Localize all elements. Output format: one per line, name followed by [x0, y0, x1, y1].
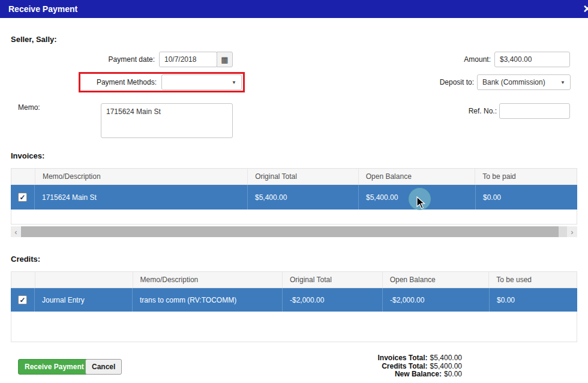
column-header-type: [35, 272, 133, 288]
column-header-original-total: Original Total: [248, 169, 359, 184]
calendar-icon: ▦: [221, 55, 228, 64]
column-header-memo: Memo/Description: [133, 272, 283, 288]
invoices-table-header: Memo/Description Original Total Open Bal…: [11, 168, 577, 185]
cancel-button[interactable]: Cancel: [85, 359, 122, 375]
payment-date-input[interactable]: [159, 52, 217, 67]
payment-methods-select[interactable]: ▼: [161, 74, 242, 90]
dropdown-arrow-icon: ▼: [232, 80, 236, 85]
scroll-right-button[interactable]: ›: [567, 226, 577, 237]
invoices-table: Memo/Description Original Total Open Bal…: [11, 168, 577, 225]
invoices-section-label: Invoices:: [11, 151, 44, 160]
calendar-button[interactable]: ▦: [217, 52, 233, 67]
credits-table-header: Memo/Description Original Total Open Bal…: [11, 271, 577, 288]
credits-table: Memo/Description Original Total Open Bal…: [11, 271, 577, 342]
invoice-row-checkbox[interactable]: ✓: [18, 193, 27, 202]
receive-payment-button[interactable]: Receive Payment: [18, 359, 91, 375]
column-header-to-be-paid: To be paid: [475, 169, 577, 184]
payment-methods-label: Payment Methods:: [80, 78, 161, 86]
memo-textarea[interactable]: 1715624 Main St: [101, 103, 233, 138]
close-icon[interactable]: ×: [583, 0, 588, 18]
header-checkbox-cell: [11, 272, 35, 288]
credit-open-balance-cell: -$2,000.00: [383, 288, 490, 312]
credit-original-total-cell: -$2,000.00: [283, 288, 383, 312]
amount-input[interactable]: [494, 52, 570, 67]
chevron-left-icon: ‹: [14, 228, 17, 237]
credits-total-label: Credits Total:: [382, 362, 427, 370]
credit-checkbox-cell[interactable]: ✓: [11, 288, 35, 312]
column-header-open-balance: Open Balance: [383, 272, 490, 288]
payment-methods-highlight: Payment Methods: ▼: [79, 72, 245, 92]
invoices-total-value: $5,400.00: [430, 354, 462, 362]
invoices-hscrollbar: ‹ ›: [11, 226, 577, 237]
invoice-original-total-cell: $5,400.00: [248, 185, 359, 210]
new-balance-value: $0.00: [444, 370, 462, 378]
credit-to-be-used-cell[interactable]: $0.00: [490, 288, 577, 312]
invoices-total-line: Invoices Total:$5,400.00: [282, 354, 462, 363]
ref-no-label: Ref. No.:: [449, 107, 497, 115]
deposit-to-label: Deposit to:: [414, 78, 474, 86]
column-header-memo: Memo/Description: [35, 169, 248, 184]
scrollbar-thumb[interactable]: [21, 226, 559, 237]
amount-label: Amount:: [431, 55, 491, 64]
column-header-original-total: Original Total: [283, 272, 383, 288]
invoices-table-empty-area: [11, 210, 577, 225]
window-titlebar: Receive Payment ×: [0, 0, 588, 18]
credit-memo-cell: trans to comm (RV:TOCOMM): [133, 288, 283, 312]
deposit-to-value: Bank (Commission): [482, 78, 545, 86]
window-title: Receive Payment: [8, 4, 77, 14]
seller-label: Seller, Sally:: [11, 35, 57, 44]
checkbox-check-icon: ✓: [19, 194, 25, 201]
credit-type-cell: Journal Entry: [35, 288, 133, 312]
totals-summary: Invoices Total:$5,400.00 Credits Total:$…: [282, 354, 462, 379]
invoice-row[interactable]: ✓ 1715624 Main St $5,400.00 $5,400.00 $0…: [11, 185, 577, 210]
credits-total-line: Credits Total:$5,400.00: [282, 363, 462, 371]
scrollbar-track[interactable]: [21, 226, 567, 237]
invoices-total-label: Invoices Total:: [377, 354, 427, 362]
chevron-right-icon: ›: [571, 228, 573, 237]
dropdown-arrow-icon: ▼: [560, 80, 565, 85]
invoice-memo-cell: 1715624 Main St: [35, 185, 248, 210]
credit-row[interactable]: ✓ Journal Entry trans to comm (RV:TOCOMM…: [11, 288, 577, 312]
credits-table-empty-area: [11, 312, 577, 342]
credit-row-checkbox[interactable]: ✓: [18, 295, 27, 304]
invoice-checkbox-cell[interactable]: ✓: [11, 185, 35, 210]
scroll-left-button[interactable]: ‹: [11, 226, 21, 237]
deposit-to-select[interactable]: Bank (Commission) ▼: [477, 74, 571, 90]
memo-label: Memo:: [18, 103, 40, 112]
column-header-open-balance: Open Balance: [359, 169, 476, 184]
credits-total-value: $5,400.00: [430, 362, 462, 370]
header-checkbox-cell: [11, 169, 35, 184]
new-balance-line: New Balance:$0.00: [282, 370, 462, 379]
new-balance-label: New Balance:: [395, 370, 442, 378]
checkbox-check-icon: ✓: [19, 297, 25, 304]
payment-date-label: Payment date:: [77, 55, 155, 64]
mouse-cursor-icon: [416, 196, 426, 210]
column-header-to-be-used: To be used: [489, 272, 577, 288]
credits-section-label: Credits:: [11, 255, 40, 264]
invoice-to-be-paid-cell[interactable]: $0.00: [476, 185, 577, 210]
ref-no-input[interactable]: [499, 103, 570, 119]
